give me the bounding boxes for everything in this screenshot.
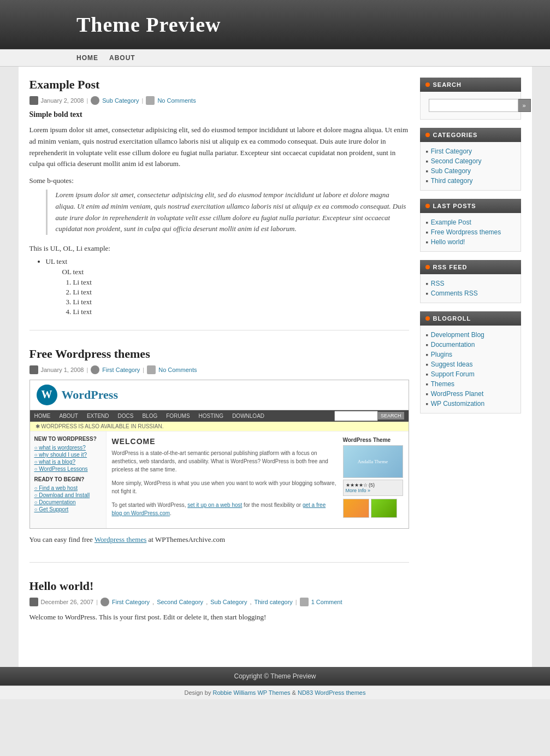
search-widget-title: SEARCH (420, 78, 521, 92)
wp-sidebar: NEW TO WORDPRESS? ○ what is wordpress? ○… (30, 432, 107, 528)
list-item: Sub Category (426, 166, 515, 176)
list-label: This is UL, OL, Li example: (29, 243, 409, 255)
footer-copyright: Copyright © Theme Preview (234, 672, 316, 680)
post-category[interactable]: Third category (255, 599, 293, 605)
footer-credit: Design by Robbie Williams WP Themes & ND… (0, 686, 550, 699)
blogroll-link[interactable]: Support Forum (431, 370, 475, 378)
post-comments[interactable]: 1 Comment (311, 599, 342, 605)
nav-home[interactable]: HOME (76, 54, 98, 62)
post-title[interactable]: Free Wordpress themes (29, 347, 409, 361)
search-input[interactable] (429, 99, 518, 112)
list-item: Comments RSS (426, 288, 515, 298)
blogroll-widget-title: BLOGROLL (420, 311, 521, 326)
post-meta: January 1, 2008 | First Category | No Co… (29, 365, 409, 374)
widget-title-dot (425, 204, 430, 208)
wp-sidebar-link[interactable]: ○ why should I use it? (34, 452, 102, 458)
blogroll-widget: BLOGROLL Development Blog Documentation … (420, 311, 521, 414)
post-category[interactable]: Second Category (157, 599, 203, 605)
post-comments[interactable]: No Comments (158, 367, 197, 373)
wp-sidebar-link[interactable]: ○ Documentation (34, 499, 102, 505)
blogroll-link[interactable]: Plugins (431, 351, 452, 358)
last-posts-list: Example Post Free Wordpress themes Hello… (426, 217, 515, 247)
blogroll-link[interactable]: WordPress Planet (431, 390, 484, 398)
wp-themes-label: WordPress Theme (343, 437, 403, 443)
main-wrapper: Example Post January 2, 2008 | Sub Categ… (19, 67, 532, 667)
post-link[interactable]: Free Wordpress themes (431, 228, 501, 236)
post-link[interactable]: Example Post (431, 218, 471, 226)
main-content: Example Post January 2, 2008 | Sub Categ… (29, 78, 409, 656)
widget-title-dot (425, 265, 430, 269)
list-item: Li text (73, 298, 409, 306)
blogroll-link[interactable]: Themes (431, 380, 454, 388)
search-form: » (426, 96, 515, 115)
search-button[interactable]: » (518, 99, 531, 112)
main-list: UL text OL text Li text Li text Li text … (46, 257, 409, 316)
post-body: Welcome to WordPress. This is your first… (29, 612, 409, 623)
widget-title-dot (425, 316, 430, 321)
wp-nav: HOME ABOUT EXTEND DOCS BLOG FORUMS HOSTI… (30, 410, 409, 422)
post-category[interactable]: First Category (102, 367, 140, 373)
post-category[interactable]: Sub Category (102, 97, 139, 104)
wp-logo-text: WordPress (62, 388, 118, 402)
list-item: Li text (73, 288, 409, 297)
category-link[interactable]: Second Category (431, 157, 482, 165)
wp-sidebar-link[interactable]: ○ WordPress Lessons (34, 466, 102, 472)
list-item: WP Customization (426, 399, 515, 409)
rss-comments-link[interactable]: Comments RSS (431, 290, 478, 297)
category-icon (91, 96, 99, 105)
post-date: January 1, 2008 (41, 367, 84, 373)
category-icon (91, 365, 99, 374)
post-category[interactable]: First Category (112, 599, 150, 605)
calendar-icon (29, 598, 38, 606)
nav-about[interactable]: ABOUT (109, 54, 135, 62)
post-meta: January 2, 2008 | Sub Category | No Comm… (29, 96, 409, 105)
post-comments[interactable]: No Comments (157, 97, 196, 104)
post-title[interactable]: Hello world! (29, 579, 409, 593)
post-blockquote: Lorem ipsum dolor sit amet, consectetur … (46, 190, 409, 235)
wp-sidebar-link[interactable]: ○ what is a blog? (34, 459, 102, 465)
wp-main-col: WELCOME WordPress is a state-of-the-art … (107, 432, 409, 528)
site-title: Theme Preview (76, 13, 221, 37)
wp-sidebar-link[interactable]: ○ Find a web host (34, 485, 102, 491)
comment-icon (146, 96, 155, 105)
category-link[interactable]: Sub Category (431, 167, 471, 175)
list-item: Li text (73, 278, 409, 287)
list-item: Second Category (426, 156, 515, 166)
footer-credit-link2[interactable]: ND83 WordPress themes (298, 689, 366, 696)
post-category[interactable]: Sub Category (210, 599, 247, 605)
category-link[interactable]: Third category (431, 177, 473, 185)
calendar-icon (29, 365, 38, 374)
wp-search-button[interactable]: SEARCH (378, 412, 404, 420)
post-example-post: Example Post January 2, 2008 | Sub Categ… (29, 78, 409, 330)
last-posts-widget: LAST POSTS Example Post Free Wordpress t… (420, 199, 521, 252)
wp-notice: ✱ WORDPRESS IS ALSO AVAILABLE IN RUSSIAN… (30, 422, 409, 432)
wp-sidebar-link[interactable]: ○ Get Support (34, 506, 102, 512)
blogroll-link[interactable]: WP Customization (431, 400, 484, 407)
last-posts-widget-title: LAST POSTS (420, 199, 521, 213)
footer-credit-text: Design by Robbie Williams WP Themes & ND… (185, 689, 366, 696)
footer-credit-link[interactable]: Robbie Williams WP Themes (212, 689, 290, 696)
rss-link[interactable]: RSS (431, 280, 445, 287)
list-item: WordPress Planet (426, 389, 515, 399)
blogroll-link[interactable]: Development Blog (431, 331, 484, 339)
wp-welcome-text2: More simply, WordPress is what you use w… (112, 479, 338, 495)
wp-search-input[interactable] (334, 411, 378, 421)
blogroll-widget-content: Development Blog Documentation Plugins S… (420, 326, 521, 414)
wp-welcome-heading: WELCOME (112, 437, 338, 446)
post-link[interactable]: Hello world! (431, 238, 465, 246)
categories-list: First Category Second Category Sub Categ… (426, 146, 515, 186)
main-nav: HOME ABOUT (0, 49, 550, 67)
wp-sidebar-link[interactable]: ○ Download and Install (34, 492, 102, 498)
rss-feed-widget-content: RSS Comments RSS (420, 274, 521, 303)
post-date: January 2, 2008 (41, 97, 84, 104)
category-link[interactable]: First Category (431, 147, 472, 155)
blogroll-link[interactable]: Suggest Ideas (431, 361, 473, 368)
site-footer: Copyright © Theme Preview (0, 667, 550, 686)
search-widget-content: » (420, 92, 521, 120)
post-title[interactable]: Example Post (29, 78, 409, 92)
sidebar: SEARCH » CATEGORIES First Category Secon… (420, 78, 521, 656)
widget-title-text: SEARCH (433, 81, 462, 88)
wp-thumb-row (343, 499, 403, 518)
wp-sidebar-link[interactable]: ○ what is wordpress? (34, 445, 102, 451)
blogroll-link[interactable]: Documentation (431, 341, 475, 349)
